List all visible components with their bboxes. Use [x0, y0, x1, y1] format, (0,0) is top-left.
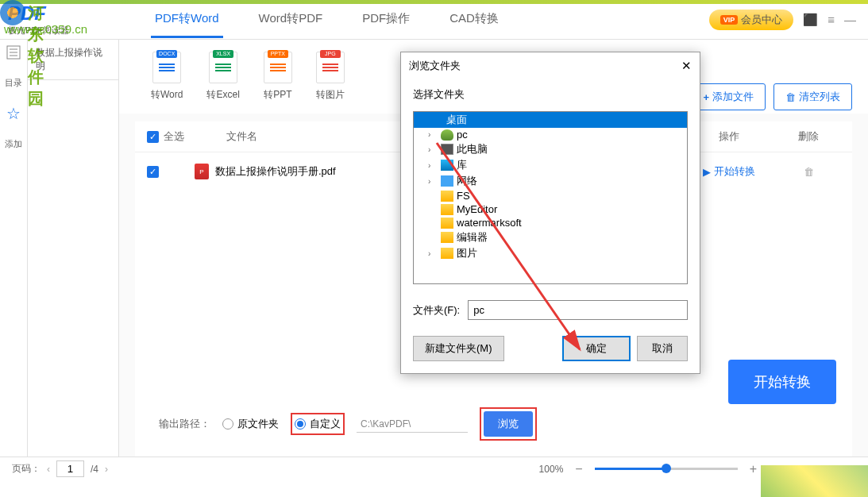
tab-2[interactable]: PDF操作 — [358, 2, 414, 38]
plus-icon: + — [703, 91, 709, 103]
folder-name-input[interactable] — [468, 300, 688, 320]
tree-item-图片[interactable]: ›图片 — [414, 245, 687, 261]
file-checkbox[interactable]: ✓ — [147, 166, 159, 178]
minimize-icon[interactable]: — — [844, 13, 856, 26]
start-convert-button[interactable]: 开始转换 — [728, 360, 836, 404]
vip-icon: VIP — [720, 15, 739, 25]
star-icon[interactable]: ☆ — [5, 105, 22, 122]
folder-icon — [441, 204, 453, 215]
total-pages: /4 — [91, 464, 98, 475]
pc-icon — [441, 144, 453, 155]
folder-icon — [441, 232, 453, 243]
tree-item-编辑器[interactable]: 编辑器 — [414, 229, 687, 245]
delete-icon[interactable]: 🗑 — [804, 166, 814, 178]
folder-icon — [441, 248, 453, 259]
tree-item-桌面[interactable]: 桌面 — [414, 112, 687, 128]
browse-folder-dialog: 浏览文件夹 ✕ 选择文件夹 桌面›pc›此电脑›库›网络FSMyEditorwa… — [400, 52, 700, 374]
output-path-label: 输出路径： — [159, 417, 210, 431]
play-icon: ▶ — [703, 166, 711, 178]
catalog-icon[interactable] — [5, 44, 22, 61]
cancel-button[interactable]: 取消 — [637, 336, 688, 361]
zoom-in-icon[interactable]: + — [750, 462, 757, 476]
monitor-icon[interactable]: ⬛ — [803, 13, 818, 27]
folder-icon — [441, 191, 453, 202]
conversion-转PPT[interactable]: PPTX转PPT — [264, 52, 292, 102]
left-sidebar: 目录 ☆ 添加 — [0, 40, 28, 457]
tab-0[interactable]: PDF转Word — [151, 2, 223, 38]
folder-icon — [441, 218, 453, 229]
lib-icon — [441, 160, 453, 171]
tree-item-pc[interactable]: ›pc — [414, 128, 687, 141]
trash-icon: 🗑 — [785, 91, 796, 103]
catalog-label: 目录 — [5, 77, 22, 89]
clear-list-button[interactable]: 🗑 清空列表 — [773, 83, 852, 110]
conversion-转Excel[interactable]: XLSX转Excel — [206, 52, 239, 102]
original-folder-radio[interactable]: 原文件夹 — [222, 417, 279, 431]
page-label: 页码： — [12, 462, 41, 476]
tree-item-网络[interactable]: ›网络 — [414, 173, 687, 189]
tree-item-库[interactable]: ›库 — [414, 157, 687, 173]
select-all-checkbox[interactable]: ✓ — [147, 131, 159, 143]
prev-page-icon[interactable]: ‹ — [47, 464, 50, 475]
page-input[interactable] — [56, 460, 84, 477]
ok-button[interactable]: 确定 — [562, 336, 631, 361]
net-icon — [441, 175, 453, 187]
folder-tree[interactable]: 桌面›pc›此电脑›库›网络FSMyEditorwatermarksoft编辑器… — [413, 111, 688, 284]
browse-button[interactable]: 浏览 — [484, 411, 533, 437]
tree-item-watermarksoft[interactable]: watermarksoft — [414, 216, 687, 229]
tree-item-FS[interactable]: FS — [414, 189, 687, 202]
select-folder-label: 选择文件夹 — [413, 87, 688, 102]
zoom-slider[interactable] — [595, 468, 738, 470]
logo: PDF 极光PDF阅读器 — [8, 2, 127, 37]
top-bar: PDF 极光PDF阅读器 PDF转WordWord转PDFPDF操作CAD转换 … — [0, 0, 868, 40]
zoom-value: 100% — [539, 464, 564, 475]
custom-folder-radio[interactable]: 自定义 — [295, 417, 341, 431]
user-icon — [441, 129, 453, 141]
close-icon[interactable]: ✕ — [681, 59, 692, 73]
tree-item-此电脑[interactable]: ›此电脑 — [414, 141, 687, 157]
document-tab[interactable]: 数据上报操作说明 — [28, 40, 118, 80]
tab-3[interactable]: CAD转换 — [446, 2, 503, 38]
folder-label: 文件夹(F): — [413, 303, 460, 318]
tree-item-MyEditor[interactable]: MyEditor — [414, 202, 687, 216]
dialog-title: 浏览文件夹 — [409, 59, 461, 73]
vip-button[interactable]: VIP 会员中心 — [709, 10, 794, 30]
desktop-icon — [430, 114, 443, 125]
pdf-icon: P — [195, 164, 209, 179]
menu-icon[interactable]: ≡ — [827, 13, 835, 26]
conversion-转Word[interactable]: DOCX转Word — [151, 52, 183, 102]
new-folder-button[interactable]: 新建文件夹(M) — [413, 336, 504, 361]
zoom-out-icon[interactable]: − — [575, 462, 582, 476]
next-page-icon[interactable]: › — [105, 464, 108, 475]
path-input[interactable] — [357, 416, 468, 433]
add-label: 添加 — [5, 138, 22, 150]
add-file-button[interactable]: + 添加文件 — [691, 83, 766, 110]
tab-1[interactable]: Word转PDF — [255, 2, 327, 38]
conversion-转图片[interactable]: JPG转图片 — [316, 52, 345, 102]
